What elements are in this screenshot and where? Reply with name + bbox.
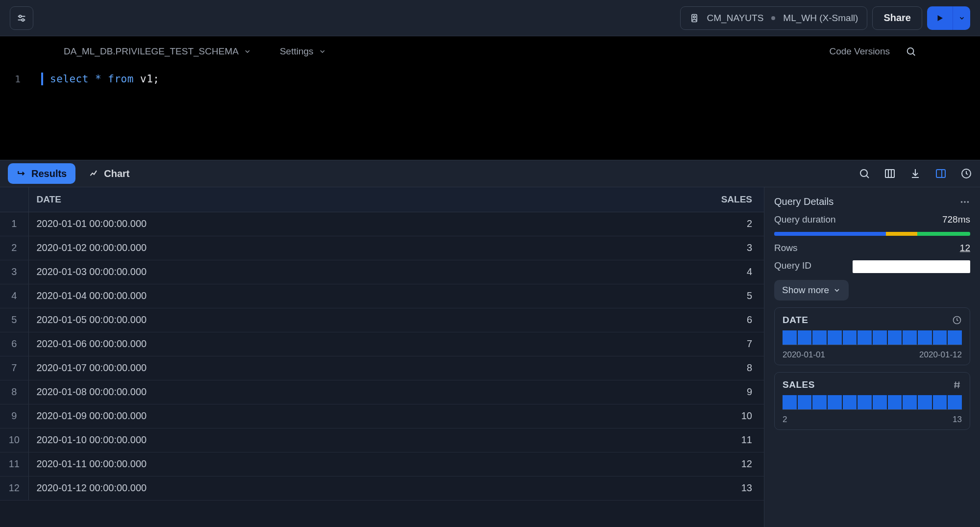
query-details-title: Query Details	[774, 196, 833, 207]
cell-date: 2020-01-09 00:00:00.000	[28, 404, 553, 428]
run-button[interactable]	[927, 6, 953, 30]
role-label: CM_NAYUTS	[707, 13, 764, 24]
svg-point-17	[964, 201, 966, 203]
more-icon[interactable]	[959, 197, 970, 207]
tab-results[interactable]: Results	[8, 163, 75, 184]
svg-line-9	[867, 176, 869, 178]
value[interactable]: 12	[960, 243, 970, 253]
svg-point-16	[961, 201, 963, 203]
cell-date: 2020-01-04 00:00:00.000	[28, 284, 553, 308]
code-versions-button[interactable]: Code Versions	[829, 46, 890, 57]
cell-sales: 3	[553, 236, 764, 260]
code-content: select * from v1 ;	[50, 73, 160, 85]
range-max: 2020-01-12	[919, 350, 962, 360]
clock-icon	[952, 315, 962, 325]
duration-bar	[774, 232, 970, 236]
row-number: 2	[0, 236, 28, 260]
sales-histogram	[783, 395, 962, 410]
show-more-button[interactable]: Show more	[774, 280, 849, 301]
context-row: DA_ML_DB.PRIVILEGE_TEST_SCHEMA Settings …	[0, 36, 980, 67]
share-button[interactable]: Share	[872, 6, 922, 30]
table-row[interactable]: 12020-01-01 00:00:00.0002	[0, 212, 764, 236]
settings-selector[interactable]: Settings	[280, 46, 326, 57]
row-number: 1	[0, 212, 28, 236]
topbar: CM_NAYUTS ML_WH (X-Small) Share	[0, 0, 980, 36]
sql-editor[interactable]: 1 select * from v1 ;	[0, 67, 980, 160]
search-icon[interactable]	[906, 46, 916, 57]
download-icon[interactable]	[909, 168, 921, 179]
mini-sales-card: SALES 2 13	[774, 372, 970, 430]
row-number: 7	[0, 356, 28, 380]
results-table: DATE SALES 12020-01-01 00:00:00.00022202…	[0, 187, 764, 501]
tab-chart[interactable]: Chart	[80, 163, 138, 184]
row-number: 11	[0, 452, 28, 476]
schema-selector[interactable]: DA_ML_DB.PRIVILEGE_TEST_SCHEMA	[64, 46, 251, 57]
svg-line-22	[955, 381, 956, 388]
chevron-down-icon	[958, 15, 965, 22]
mini-date-card: DATE 2020-01-01 2020-01-12	[774, 307, 970, 365]
svg-line-7	[913, 53, 915, 55]
results-tab-row: Results Chart	[0, 160, 980, 187]
search-icon[interactable]	[858, 168, 870, 179]
result-toolbar	[858, 168, 972, 179]
row-number: 10	[0, 428, 28, 452]
cell-sales: 10	[553, 404, 764, 428]
cell-sales: 11	[553, 428, 764, 452]
cell-date: 2020-01-12 00:00:00.000	[28, 476, 553, 500]
rows-row: Rows 12	[774, 243, 970, 253]
label: DATE	[783, 315, 808, 326]
results-grid-wrap: DATE SALES 12020-01-01 00:00:00.00022202…	[0, 187, 764, 527]
columns-icon[interactable]	[884, 168, 896, 179]
separator-dot	[771, 16, 775, 20]
col-rownum[interactable]	[0, 187, 28, 212]
table-row[interactable]: 82020-01-08 00:00:00.0009	[0, 380, 764, 404]
cell-date: 2020-01-08 00:00:00.000	[28, 380, 553, 404]
row-number: 12	[0, 476, 28, 500]
col-sales[interactable]: SALES	[553, 187, 764, 212]
table-row[interactable]: 72020-01-07 00:00:00.0008	[0, 356, 764, 380]
table-row[interactable]: 62020-01-06 00:00:00.0007	[0, 332, 764, 356]
label: Query duration	[774, 214, 836, 225]
history-icon[interactable]	[960, 168, 972, 179]
role-warehouse-pill[interactable]: CM_NAYUTS ML_WH (X-Small)	[680, 6, 868, 30]
cell-sales: 13	[553, 476, 764, 500]
svg-line-23	[958, 381, 959, 388]
svg-point-3	[22, 19, 24, 21]
table-row[interactable]: 52020-01-05 00:00:00.0006	[0, 308, 764, 332]
svg-point-18	[967, 201, 969, 203]
table-row[interactable]: 22020-01-02 00:00:00.0003	[0, 236, 764, 260]
settings-toggle-button[interactable]	[10, 6, 33, 30]
svg-rect-10	[885, 170, 894, 177]
tab-label: Chart	[104, 168, 129, 179]
editor-line: 1 select * from v1 ;	[0, 72, 980, 86]
row-number: 5	[0, 308, 28, 332]
identifier: v1	[140, 73, 153, 85]
cell-sales: 7	[553, 332, 764, 356]
table-row[interactable]: 92020-01-09 00:00:00.00010	[0, 404, 764, 428]
svg-point-6	[907, 48, 914, 54]
col-date[interactable]: DATE	[28, 187, 553, 212]
row-number: 6	[0, 332, 28, 356]
chart-line-icon	[89, 169, 99, 178]
query-id-value[interactable]	[853, 260, 970, 273]
keyword: from	[108, 73, 134, 85]
table-row[interactable]: 32020-01-03 00:00:00.0004	[0, 260, 764, 284]
table-row[interactable]: 102020-01-10 00:00:00.00011	[0, 428, 764, 452]
chevron-down-icon	[244, 48, 251, 55]
run-options-button[interactable]	[953, 6, 970, 30]
value: 728ms	[942, 214, 970, 225]
label: Rows	[774, 243, 798, 253]
cell-date: 2020-01-07 00:00:00.000	[28, 356, 553, 380]
panel-toggle-icon[interactable]	[935, 168, 947, 179]
table-row[interactable]: 112020-01-11 00:00:00.00012	[0, 452, 764, 476]
tab-label: Results	[31, 168, 67, 179]
row-number: 9	[0, 404, 28, 428]
table-row[interactable]: 42020-01-04 00:00:00.0005	[0, 284, 764, 308]
cell-sales: 6	[553, 308, 764, 332]
enter-icon	[17, 169, 26, 178]
cell-sales: 4	[553, 260, 764, 284]
range-min: 2	[783, 415, 787, 425]
table-row[interactable]: 122020-01-12 00:00:00.00013	[0, 476, 764, 500]
range-max: 13	[953, 415, 962, 425]
row-number: 4	[0, 284, 28, 308]
